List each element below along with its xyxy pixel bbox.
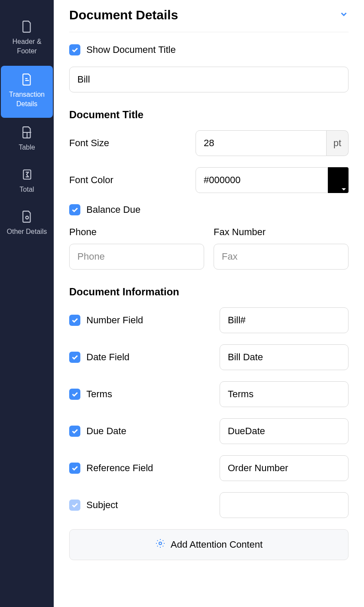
chevron-down-icon <box>339 9 349 21</box>
info-row-date-field: Date Field <box>69 344 349 370</box>
sigma-icon <box>21 169 33 181</box>
reference-field-label: Reference Field <box>86 463 153 474</box>
main-panel: Document Details Show Document Title Doc… <box>54 0 364 607</box>
reference-field-checkbox[interactable] <box>69 463 80 474</box>
sidebar-item-total[interactable]: Total <box>0 161 54 203</box>
document-title-heading: Document Title <box>69 109 349 121</box>
subject-input[interactable] <box>220 492 349 518</box>
sidebar-item-header-footer[interactable]: Header & Footer <box>0 13 54 65</box>
sidebar-item-table[interactable]: Table <box>0 119 54 161</box>
sidebar-item-label: Transaction Details <box>3 90 50 109</box>
font-size-row: Font Size pt <box>69 130 349 156</box>
date-field-checkbox[interactable] <box>69 352 80 363</box>
font-color-label: Font Color <box>69 175 190 186</box>
sidebar-item-label: Other Details <box>7 227 47 236</box>
svg-point-1 <box>25 216 28 219</box>
number-field-label: Number Field <box>86 315 143 326</box>
phone-fax-row: Phone Fax Number <box>69 227 349 270</box>
show-document-title-row: Show Document Title <box>69 44 349 55</box>
document-icon <box>21 21 33 33</box>
sidebar-item-transaction-details[interactable]: Transaction Details <box>1 66 53 118</box>
date-field-input[interactable] <box>220 344 349 370</box>
table-icon <box>21 126 33 138</box>
info-row-due-date: Due Date <box>69 418 349 444</box>
document-information-heading: Document Information <box>69 286 349 298</box>
info-row-number-field: Number Field <box>69 307 349 333</box>
font-size-unit: pt <box>327 130 349 156</box>
document-title-input[interactable] <box>69 67 349 92</box>
show-document-title-label: Show Document Title <box>86 44 176 55</box>
sidebar-item-label: Header & Footer <box>3 37 51 56</box>
fax-input[interactable] <box>214 244 349 270</box>
font-size-label: Font Size <box>69 138 190 149</box>
sidebar: Header & Footer Transaction Details Tabl… <box>0 0 54 607</box>
due-date-checkbox[interactable] <box>69 426 80 437</box>
terms-checkbox[interactable] <box>69 389 80 400</box>
fax-label: Fax Number <box>214 227 349 238</box>
info-row-terms: Terms <box>69 381 349 407</box>
font-color-row: Font Color <box>69 167 349 193</box>
font-color-swatch[interactable] <box>328 167 349 193</box>
svg-point-2 <box>159 542 162 545</box>
phone-label: Phone <box>69 227 204 238</box>
date-field-label: Date Field <box>86 352 129 363</box>
info-row-reference-field: Reference Field <box>69 455 349 481</box>
info-row-subject: Subject <box>69 492 349 518</box>
due-date-label: Due Date <box>86 426 126 437</box>
subject-checkbox[interactable] <box>69 500 80 511</box>
due-date-input[interactable] <box>220 418 349 444</box>
section-header[interactable]: Document Details <box>69 8 349 32</box>
document-gear-icon <box>21 211 33 223</box>
number-field-input[interactable] <box>220 307 349 333</box>
document-text-icon <box>21 74 33 86</box>
terms-input[interactable] <box>220 381 349 407</box>
sidebar-item-other-details[interactable]: Other Details <box>0 203 54 245</box>
gear-icon <box>155 538 165 551</box>
sidebar-item-label: Total <box>20 185 34 194</box>
add-attention-content-button[interactable]: Add Attention Content <box>69 529 349 560</box>
subject-label: Subject <box>86 500 118 511</box>
font-size-input[interactable] <box>196 130 327 156</box>
section-title: Document Details <box>69 8 178 22</box>
terms-label: Terms <box>86 389 112 400</box>
show-document-title-checkbox[interactable] <box>69 44 80 55</box>
add-attention-label: Add Attention Content <box>171 539 263 550</box>
balance-due-checkbox[interactable] <box>69 204 80 215</box>
balance-due-label: Balance Due <box>86 204 141 215</box>
number-field-checkbox[interactable] <box>69 315 80 326</box>
font-color-input[interactable] <box>196 167 328 193</box>
sidebar-item-label: Table <box>18 143 35 152</box>
phone-input[interactable] <box>69 244 204 270</box>
balance-due-row: Balance Due <box>69 204 349 215</box>
reference-field-input[interactable] <box>220 455 349 481</box>
